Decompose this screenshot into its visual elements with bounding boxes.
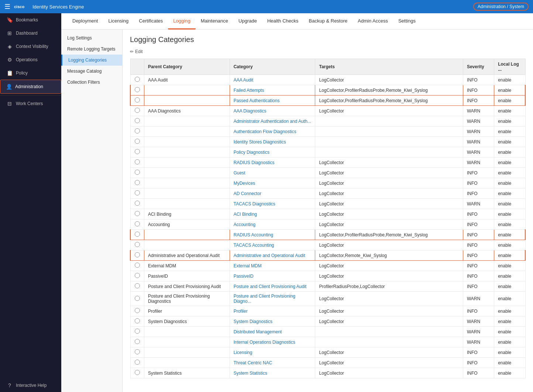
row-radio-cell[interactable] [130,126,144,137]
radio-button[interactable] [135,190,140,195]
row-category[interactable]: PassiveID [230,271,315,281]
radio-button[interactable] [135,128,140,133]
row-radio-cell[interactable] [130,250,144,261]
sub-sidebar-remote-logging[interactable]: Remote Logging Targets [61,44,122,55]
edit-button[interactable]: ✏ Edit [130,49,526,54]
tab-maintenance[interactable]: Maintenance [196,13,233,30]
row-category[interactable]: Threat Centric NAC [230,358,315,368]
row-category[interactable]: Authentication Flow Diagnostics [230,126,315,137]
row-category[interactable]: RADIUS Accounting [230,230,315,240]
tab-upgrade[interactable]: Upgrade [233,13,262,30]
table-row[interactable]: System DiagnosticsSystem DiagnosticsLogC… [130,316,525,327]
radio-button[interactable] [135,296,140,301]
radio-button[interactable] [135,201,140,206]
radio-button[interactable] [135,252,140,257]
radio-button[interactable] [135,370,140,375]
table-row[interactable]: Posture and Client Provisioning AuditPos… [130,281,525,292]
radio-button[interactable] [135,211,140,216]
sidebar-item-bookmarks[interactable]: 🔖 Bookmarks [0,13,61,27]
sidebar-item-policy[interactable]: 📋 Policy [0,66,61,80]
table-row[interactable]: Failed AttemptsLogCollector,ProfilerRadi… [130,85,525,96]
sub-sidebar-logging-categories[interactable]: Logging Categories [61,55,122,66]
row-category[interactable]: System Diagnostics [230,316,315,327]
table-row[interactable]: ProfilerProfilerLogCollectorINFOenable [130,306,525,316]
row-radio-cell[interactable] [130,85,144,96]
radio-button[interactable] [135,77,140,82]
tab-licensing[interactable]: Licensing [103,13,134,30]
row-category[interactable]: Distributed Management [230,327,315,337]
row-category[interactable]: MyDevices [230,178,315,188]
row-radio-cell[interactable] [130,316,144,327]
table-row[interactable]: Posture and Client Provisioning Diagnost… [130,292,525,306]
row-category[interactable]: Accounting [230,219,315,230]
tab-admin-access[interactable]: Admin Access [353,13,393,30]
radio-button[interactable] [135,318,140,323]
row-radio-cell[interactable] [130,358,144,368]
row-radio-cell[interactable] [130,178,144,188]
sidebar-item-interactive-help[interactable]: ? Interactive Help [0,379,61,392]
table-row[interactable]: AD ConnectorLogCollectorINFOenable [130,188,525,199]
radio-button[interactable] [135,87,140,92]
row-radio-cell[interactable] [130,219,144,230]
row-category[interactable]: ACI Binding [230,209,315,219]
row-category[interactable]: Internal Operations Diagnostics [230,337,315,347]
tab-settings[interactable]: Settings [393,13,421,30]
row-category[interactable]: Administrative and Operational Audit [230,250,315,261]
radio-button[interactable] [135,263,140,268]
row-category[interactable]: Policy Diagnostics [230,147,315,157]
row-radio-cell[interactable] [130,96,144,106]
row-category[interactable]: Failed Attempts [230,85,315,96]
table-row[interactable]: GuestLogCollectorINFOenable [130,168,525,178]
row-radio-cell[interactable] [130,292,144,306]
radio-button[interactable] [135,97,140,103]
table-row[interactable]: PassiveIDPassiveIDLogCollectorINFOenable [130,271,525,281]
radio-button[interactable] [135,232,140,237]
table-row[interactable]: MyDevicesLogCollectorINFOenable [130,178,525,188]
row-category[interactable]: Administrator Authentication and Auth... [230,116,315,126]
radio-button[interactable] [135,273,140,278]
row-category[interactable]: Posture and Client Provisioning Audit [230,281,315,292]
table-row[interactable]: RADIUS AccountingLogCollector,ProfilerRa… [130,230,525,240]
row-radio-cell[interactable] [130,116,144,126]
row-category[interactable]: External MDM [230,261,315,271]
table-row[interactable]: RADIUS DiagnosticsLogCollectorWARNenable [130,157,525,168]
row-radio-cell[interactable] [130,347,144,358]
row-category[interactable]: Passed Authentications [230,96,315,106]
row-category[interactable]: Identity Stores Diagnostics [230,137,315,147]
table-row[interactable]: Policy DiagnosticsWARNenable [130,147,525,157]
table-row[interactable]: Threat Centric NACLogCollectorINFOenable [130,358,525,368]
row-category[interactable]: AD Connector [230,188,315,199]
row-radio-cell[interactable] [130,306,144,316]
radio-button[interactable] [135,170,140,175]
radio-button[interactable] [135,108,140,113]
row-radio-cell[interactable] [130,199,144,209]
radio-button[interactable] [135,360,140,365]
row-category[interactable]: TACACS Diagnostics [230,199,315,209]
sub-sidebar-log-settings[interactable]: Log Settings [61,32,122,44]
radio-button[interactable] [135,149,140,154]
row-radio-cell[interactable] [130,230,144,240]
table-row[interactable]: AccountingAccountingLogCollectorINFOenab… [130,219,525,230]
row-radio-cell[interactable] [130,106,144,116]
row-radio-cell[interactable] [130,271,144,281]
radio-button[interactable] [135,221,140,226]
row-radio-cell[interactable] [130,337,144,347]
row-category[interactable]: TACACS Accounting [230,240,315,250]
row-radio-cell[interactable] [130,157,144,168]
row-radio-cell[interactable] [130,137,144,147]
radio-button[interactable] [135,180,140,185]
table-row[interactable]: System StatisticsSystem StatisticsLogCol… [130,368,525,378]
row-category[interactable]: Posture and Client Provisioning Diagno..… [230,292,315,306]
tab-backup-restore[interactable]: Backup & Restore [304,13,353,30]
row-radio-cell[interactable] [130,168,144,178]
table-row[interactable]: Passed AuthenticationsLogCollector,Profi… [130,96,525,106]
table-row[interactable]: LicensingLogCollectorINFOenable [130,347,525,358]
row-radio-cell[interactable] [130,327,144,337]
radio-button[interactable] [135,159,140,164]
table-row[interactable]: Administrator Authentication and Auth...… [130,116,525,126]
sidebar-item-dashboard[interactable]: ⊞ Dashboard [0,27,61,40]
table-row[interactable]: Internal Operations DiagnosticsWARNenabl… [130,337,525,347]
row-radio-cell[interactable] [130,147,144,157]
table-row[interactable]: Administrative and Operational AuditAdmi… [130,250,525,261]
sub-sidebar-message-catalog[interactable]: Message Catalog [61,66,122,77]
